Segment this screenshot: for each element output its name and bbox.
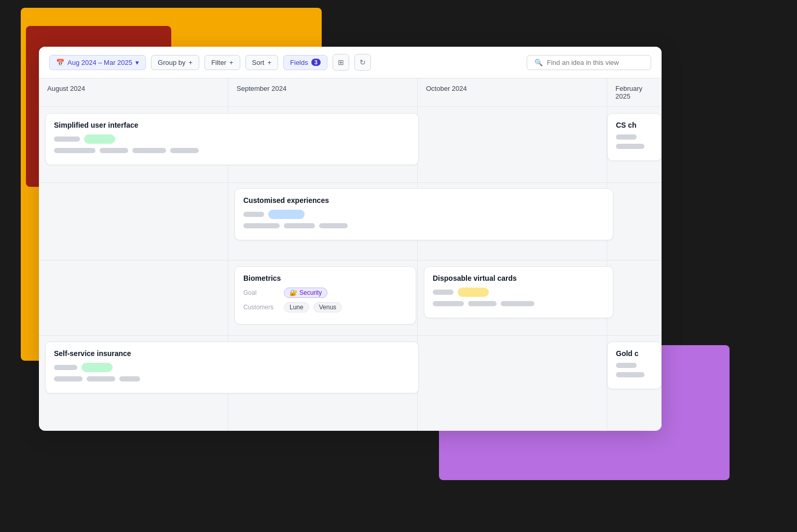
timeline-body: Simplified user interface CS ch — [39, 107, 662, 431]
group-by-plus-icon: + — [189, 59, 193, 66]
pill-green-1 — [84, 134, 115, 144]
pill-cust-3 — [284, 223, 315, 228]
pill-disp-4 — [501, 301, 534, 306]
card-biometrics-title: Biometrics — [243, 274, 407, 282]
card-self-service: Self-service insurance — [45, 342, 419, 393]
customers-field-label: Customers — [243, 304, 280, 311]
pill-cs-2 — [616, 144, 644, 149]
pill-gray-4 — [132, 148, 166, 153]
card-simplified-ui: Simplified user interface — [45, 113, 419, 165]
timeline-area: August 2024 September 2024 October 2024 … — [39, 78, 662, 431]
card-cs-ch-title: CS ch — [616, 121, 653, 129]
pill-ss-3 — [87, 376, 115, 381]
search-box[interactable]: 🔍 — [527, 55, 651, 70]
chevron-down-icon: ▾ — [135, 59, 139, 66]
app-window: 📅 Aug 2024 – Mar 2025 ▾ Group by + Filte… — [39, 47, 662, 431]
venus-tag: Venus — [313, 302, 342, 312]
sort-label: Sort — [252, 59, 265, 66]
date-range-button[interactable]: 📅 Aug 2024 – Mar 2025 ▾ — [49, 55, 146, 70]
calendar-icon: 📅 — [56, 59, 64, 66]
month-august: August 2024 — [39, 78, 228, 106]
group-by-button[interactable]: Group by + — [151, 55, 199, 70]
card-simplified-ui-title: Simplified user interface — [54, 121, 410, 129]
pill-gray-5 — [170, 148, 199, 153]
card-customised-row1 — [243, 210, 604, 219]
pill-yellow-1 — [458, 288, 489, 297]
pill-ss-1 — [54, 365, 77, 370]
date-range-label: Aug 2024 – Mar 2025 — [67, 59, 132, 66]
pill-cs-1 — [616, 134, 637, 140]
pill-green-2 — [81, 363, 113, 372]
search-input[interactable] — [547, 59, 643, 66]
card-gold-row2 — [616, 372, 653, 377]
filter-button[interactable]: Filter + — [204, 55, 240, 70]
row-line-2 — [39, 260, 662, 261]
row-line-1 — [39, 182, 662, 183]
card-cs-ch: CS ch — [607, 113, 662, 161]
card-gold: Gold c — [607, 342, 662, 389]
filter-plus-icon: + — [229, 59, 233, 66]
pill-gray-2 — [54, 148, 95, 153]
pill-ss-4 — [119, 376, 140, 381]
card-customised-row2 — [243, 223, 604, 228]
pill-disp-2 — [433, 301, 464, 306]
security-emoji: 🔐 — [290, 289, 297, 296]
pill-blue-1 — [268, 210, 305, 219]
month-september: September 2024 — [228, 78, 418, 106]
search-icon: 🔍 — [534, 59, 543, 66]
refresh-icon-button[interactable]: ↻ — [354, 54, 371, 71]
group-by-label: Group by — [158, 59, 185, 66]
card-disposable-row1 — [433, 288, 604, 297]
card-simplified-ui-row1 — [54, 134, 410, 144]
card-gold-title: Gold c — [616, 349, 653, 358]
card-customised: Customised experiences — [235, 188, 613, 240]
pill-gold-1 — [616, 363, 637, 368]
lune-tag: Lune — [284, 302, 309, 312]
card-disposable: Disposable virtual cards — [424, 266, 613, 318]
pill-disp-3 — [468, 301, 497, 306]
pill-disp-1 — [433, 290, 454, 295]
card-disposable-title: Disposable virtual cards — [433, 274, 604, 282]
card-simplified-ui-row2 — [54, 148, 410, 153]
filter-label: Filter — [211, 59, 226, 66]
biometrics-customers-row: Customers Lune Venus — [243, 302, 407, 312]
pill-cust-1 — [243, 212, 264, 217]
layout-icon-button[interactable]: ⊞ — [333, 54, 349, 71]
toolbar: 📅 Aug 2024 – Mar 2025 ▾ Group by + Filte… — [39, 47, 662, 78]
layout-icon: ⊞ — [338, 58, 344, 66]
goal-field-label: Goal — [243, 289, 280, 296]
pill-cust-4 — [319, 223, 348, 228]
month-february: February 2025 — [607, 78, 662, 106]
pill-gray-1 — [54, 137, 80, 142]
fields-button[interactable]: Fields 3 — [283, 55, 327, 70]
card-cs-ch-row2 — [616, 144, 653, 149]
row-line-3 — [39, 335, 662, 336]
biometrics-goal-row: Goal 🔐 Security — [243, 288, 407, 298]
refresh-icon: ↻ — [360, 58, 366, 66]
card-customised-title: Customised experiences — [243, 196, 604, 204]
goal-security-tag: 🔐 Security — [284, 288, 327, 298]
card-biometrics: Biometrics Goal 🔐 Security Customers Lun… — [235, 266, 416, 324]
security-tag-label: Security — [299, 289, 322, 296]
fields-label: Fields — [290, 59, 308, 66]
card-self-service-title: Self-service insurance — [54, 349, 410, 358]
card-gold-row1 — [616, 363, 653, 368]
sort-plus-icon: + — [267, 59, 271, 66]
card-self-service-row1 — [54, 363, 410, 372]
pill-ss-2 — [54, 376, 83, 381]
card-self-service-row2 — [54, 376, 410, 381]
month-headers: August 2024 September 2024 October 2024 … — [39, 78, 662, 107]
pill-gold-2 — [616, 372, 644, 377]
card-cs-ch-row1 — [616, 134, 653, 140]
month-october: October 2024 — [418, 78, 607, 106]
pill-cust-2 — [243, 223, 280, 228]
pill-gray-3 — [100, 148, 128, 153]
card-disposable-row2 — [433, 301, 604, 306]
fields-badge: 3 — [311, 59, 321, 66]
sort-button[interactable]: Sort + — [245, 55, 278, 70]
